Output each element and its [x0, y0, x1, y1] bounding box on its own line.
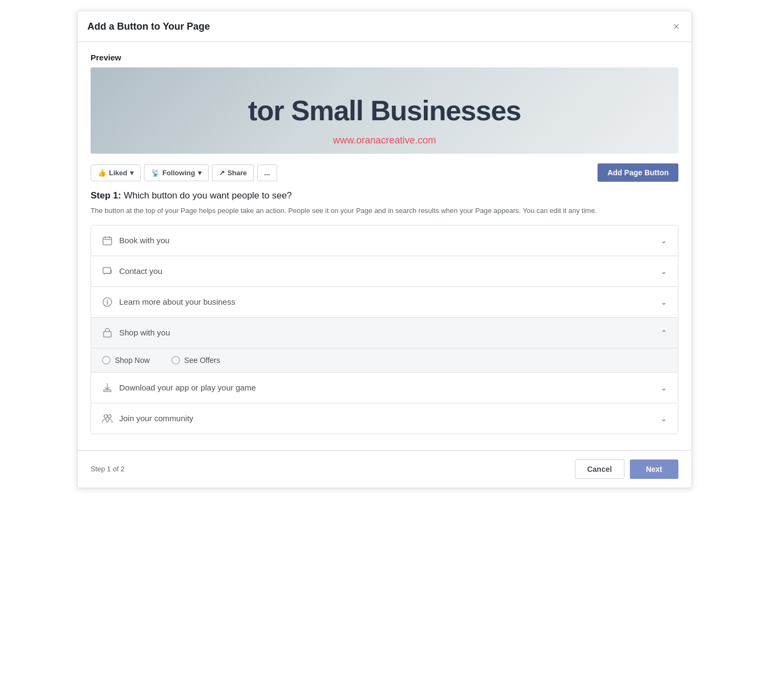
option-book[interactable]: Book with you ⌄	[91, 225, 678, 256]
option-contact-label: Contact you	[119, 266, 162, 276]
info-icon	[102, 297, 113, 307]
option-learn-label: Learn more about your business	[119, 297, 235, 306]
radio-shop-now-circle	[102, 356, 111, 365]
step-heading: Step 1: Which button do you want people …	[91, 190, 678, 201]
radio-shop-now-label: Shop Now	[115, 356, 150, 365]
option-book-label: Book with you	[119, 236, 169, 245]
following-chevron-icon: ▾	[198, 169, 202, 177]
modal-footer: Step 1 of 2 Cancel Next	[78, 450, 691, 488]
shop-expanded-content: Shop Now See Offers	[91, 348, 678, 373]
svg-rect-9	[104, 390, 111, 392]
following-label: Following	[162, 169, 195, 177]
footer-buttons: Cancel Next	[575, 459, 678, 479]
option-join[interactable]: Join your community ⌄	[91, 403, 678, 434]
option-contact-chevron: ⌄	[661, 267, 667, 276]
preview-banner: tor Small Businesses www.oranacreative.c…	[91, 67, 678, 154]
step-question: Which button do you want people to see?	[123, 190, 292, 201]
community-icon	[102, 413, 113, 424]
following-icon: 📡	[151, 169, 160, 177]
modal-title: Add a Button to Your Page	[87, 21, 210, 32]
svg-point-7	[107, 299, 108, 300]
option-download-chevron: ⌄	[661, 383, 667, 392]
close-button[interactable]: ×	[671, 19, 682, 34]
shop-radio-options: Shop Now See Offers	[102, 356, 667, 365]
share-button[interactable]: ↗ Share	[212, 164, 254, 181]
banner-text: tor Small Businesses	[248, 94, 521, 127]
cancel-button[interactable]: Cancel	[575, 459, 624, 479]
option-learn-chevron: ⌄	[661, 298, 667, 306]
download-icon	[102, 382, 113, 393]
calendar-icon	[102, 235, 113, 246]
following-button[interactable]: 📡 Following ▾	[144, 164, 209, 181]
option-download[interactable]: Download your app or play your game ⌄	[91, 373, 678, 403]
step-indicator: Step 1 of 2	[91, 465, 125, 473]
option-shop[interactable]: Shop with you ⌄	[91, 318, 678, 348]
option-learn[interactable]: Learn more about your business ⌄	[91, 287, 678, 318]
share-label: Share	[228, 169, 247, 177]
svg-point-11	[104, 415, 107, 418]
svg-rect-0	[103, 237, 112, 245]
radio-see-offers-circle	[171, 356, 180, 365]
page-actions: 👍 Liked ▾ 📡 Following ▾ ↗ Share ... Add …	[91, 160, 678, 190]
radio-see-offers-label: See Offers	[184, 356, 221, 365]
preview-label: Preview	[91, 53, 678, 62]
liked-button[interactable]: 👍 Liked ▾	[91, 164, 141, 181]
add-page-button[interactable]: Add Page Button	[598, 163, 678, 182]
option-join-chevron: ⌄	[661, 414, 667, 423]
options-list: Book with you ⌄ Contact you ⌄	[91, 225, 678, 434]
step-description: The button at the top of your Page helps…	[91, 205, 678, 216]
radio-shop-now[interactable]: Shop Now	[102, 356, 150, 365]
modal-header: Add a Button to Your Page ×	[78, 11, 691, 42]
banner-url: www.oranacreative.com	[333, 135, 436, 146]
svg-point-12	[108, 415, 111, 418]
modal-container: Add a Button to Your Page × Preview tor …	[77, 11, 692, 488]
option-join-label: Join your community	[119, 414, 194, 423]
page-actions-left: 👍 Liked ▾ 📡 Following ▾ ↗ Share ...	[91, 164, 277, 181]
modal-body: Preview tor Small Businesses www.oranacr…	[78, 42, 691, 445]
share-icon: ↗	[219, 169, 225, 177]
contact-icon	[102, 266, 113, 277]
option-shop-chevron: ⌄	[661, 328, 667, 337]
more-button[interactable]: ...	[257, 164, 277, 181]
option-shop-label: Shop with you	[119, 328, 170, 337]
more-label: ...	[264, 169, 270, 177]
option-contact[interactable]: Contact you ⌄	[91, 256, 678, 287]
step-number: Step 1:	[91, 190, 121, 201]
option-book-chevron: ⌄	[661, 236, 667, 245]
shop-icon	[102, 327, 113, 338]
option-download-label: Download your app or play your game	[119, 383, 256, 392]
thumbs-up-icon: 👍	[98, 169, 106, 177]
radio-see-offers[interactable]: See Offers	[171, 356, 221, 365]
svg-rect-8	[104, 332, 111, 337]
next-button[interactable]: Next	[630, 459, 678, 479]
liked-label: Liked	[109, 169, 127, 177]
svg-rect-4	[103, 267, 111, 273]
liked-chevron-icon: ▾	[130, 169, 134, 177]
